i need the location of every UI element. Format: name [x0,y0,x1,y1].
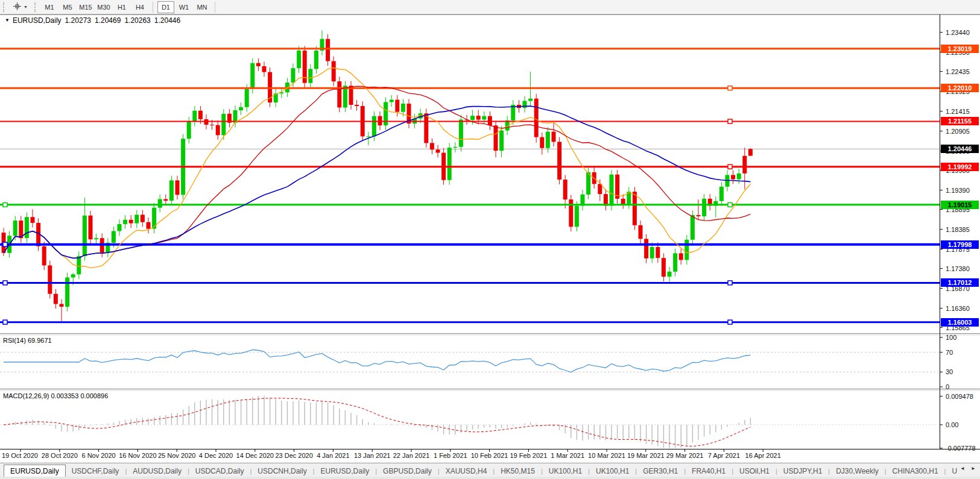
chart-tab-bar: EURUSD,DailyUSDCHF,Daily|AUDUSD,Daily|US… [0,463,980,477]
rsi-tick-label: 30 [946,368,953,375]
chart-tab-ger30-h1[interactable]: GER30,H1 [637,466,684,477]
timeframe-button-h4[interactable]: H4 [131,1,148,13]
timeframe-button-mn[interactable]: MN [194,1,210,13]
date-tick-label: 1 Mar 2021 [551,452,584,459]
rsi-tick-label: 70 [946,349,953,356]
collapse-triangle-icon[interactable]: ▼ [5,17,10,23]
price-tick-label: 1.17380 [946,265,970,272]
date-tick-label: 4 Dec 2020 [199,452,233,459]
hline-price-label: 1.19992 [941,163,979,171]
date-tick-label: 19 Oct 2020 [2,452,38,459]
chart-tab-uk100-h1[interactable]: UK100,H1 [590,466,635,477]
mt4-terminal-window: ▼ M1M5M15M30H1H4D1W1MN ▼ EURUSD,Daily 1.… [0,0,980,479]
date-tick-label: 6 Nov 2020 [81,452,115,459]
timeframe-button-w1[interactable]: W1 [175,1,192,13]
date-tick-label: 22 Jan 2021 [393,452,430,459]
date-tick-label: 10 Mar 2021 [588,452,625,459]
rsi-tick-label: 100 [946,334,956,341]
chart-tab-usdjpy-h1[interactable]: USDJPY,H1 [777,466,828,477]
ohlc-open-value: 1.20273 [65,16,91,25]
price-tick-label: 1.19390 [946,187,970,194]
date-tick-label: 1 Feb 2021 [434,452,467,459]
crosshair-tool-button[interactable]: ▼ [10,1,31,13]
date-tick-label: 7 Apr 2021 [708,452,740,459]
macd-header-label: MACD(12,26,9) 0.003353 0.000896 [3,392,108,399]
panel-splitter[interactable] [0,333,980,336]
price-tick-label: 1.16360 [946,305,970,312]
date-tick-label: 23 Dec 2020 [275,452,312,459]
chart-symbol-label: EURUSD,Daily [13,16,62,25]
status-strip [0,477,980,479]
date-tick-label: 16 Apr 2021 [745,452,781,459]
chevron-down-icon[interactable]: ▼ [24,5,28,9]
timeframe-button-m15[interactable]: M15 [77,1,94,13]
hline-price-label: 1.21155 [941,117,979,125]
price-tick-label: 1.23440 [946,29,970,36]
macd-tick-label: 0.009478 [946,393,973,400]
chart-tab-hk50-m15[interactable]: HK50,M15 [495,466,541,477]
hline-price-label: 1.23019 [941,45,979,53]
chart-tab-usdchf-daily[interactable]: USDCHF,Daily [66,466,125,477]
ohlc-high-value: 1.20469 [95,16,121,25]
date-tick-label: 4 Jan 2021 [317,452,349,459]
hline-price-label: 1.17998 [941,240,979,249]
chart-tab-eurusd-daily[interactable]: EURUSD,Daily [4,465,66,477]
date-tick-label: 28 Oct 2020 [42,452,78,459]
date-tick-label: 29 Mar 2021 [666,452,704,459]
toolbar-grip[interactable] [3,2,6,12]
chart-tab-fra40-h1[interactable]: FRA40,H1 [686,466,732,477]
current-price-label: 1.20446 [941,145,979,153]
chart-tab-eurusd-daily[interactable]: EURUSD,Daily [315,466,376,477]
date-tick-label: 19 Mar 2021 [627,452,665,459]
toolbar-grip[interactable] [34,2,37,12]
panel-splitter[interactable] [0,389,980,392]
date-tick-label: 14 Dec 2020 [236,452,274,459]
hline-price-label: 1.19015 [941,201,979,209]
price-tick-label: 1.18385 [946,226,970,233]
macd-panel[interactable] [0,391,980,449]
hline-price-label: 1.17012 [941,278,979,287]
crosshair-icon [13,2,22,12]
chart-tab-usoil-h1[interactable]: USOil,H1 [733,466,776,477]
price-tick-label: 1.22435 [946,68,970,75]
price-tick-label: 1.20905 [946,128,970,135]
macd-tick-label: 0.00 [946,421,958,428]
chart-window-caption[interactable]: ▼ EURUSD,Daily 1.20273 1.20469 1.20263 1… [0,14,980,26]
chart-tab-xauusd-h4[interactable]: XAUUSD,H4 [440,466,493,477]
macd-tick-label: -0.007778 [946,445,976,452]
date-tick-label: 10 Feb 2021 [471,452,508,459]
hline-price-label: 1.16003 [941,318,979,327]
date-tick-label: 25 Nov 2020 [158,452,195,459]
timeframe-button-d1[interactable]: D1 [157,1,174,13]
chart-tab-usdcnh-daily[interactable]: USDCNH,Daily [251,466,312,477]
ohlc-close-value: 1.20446 [154,16,180,25]
date-tick-label: 19 Feb 2021 [510,452,548,459]
date-tick-label: 16 Nov 2020 [119,452,156,459]
rsi-panel[interactable] [0,336,980,389]
timeframe-button-m30[interactable]: M30 [95,1,112,13]
chart-tab-audusd-daily[interactable]: AUDUSD,Daily [127,466,188,477]
main-chart-panel[interactable] [0,25,980,333]
timeframe-button-group: M1M5M15M30H1H4D1W1MN [40,1,211,13]
chart-tab-uk100-h1[interactable]: UK100,H1 [543,466,588,477]
rsi-tick-label: 0 [946,383,949,390]
toolbar-divider [153,2,153,13]
chart-tab-china300-h1[interactable]: CHINA300,H1 [887,466,944,477]
date-tick-label: 13 Jan 2021 [354,452,391,459]
ohlc-low-value: 1.20263 [124,16,150,25]
chart-tab-usdcad-daily[interactable]: USDCAD,Daily [189,466,250,477]
timeframe-button-m5[interactable]: M5 [59,1,76,13]
tab-scroll-arrows[interactable]: ◄ ► [960,466,978,471]
timeframe-button-h1[interactable]: H1 [113,1,130,13]
timeframe-button-m1[interactable]: M1 [41,1,58,13]
hline-price-label: 1.22010 [941,84,979,92]
rsi-header-label: RSI(14) 69.9671 [3,337,52,344]
price-tick-label: 1.21415 [946,108,970,115]
toolbar-divider [215,2,215,13]
timeframe-toolbar: ▼ M1M5M15M30H1H4D1W1MN [0,0,980,14]
chart-tab-gbpusd-daily[interactable]: GBPUSD,Daily [377,466,438,477]
chart-tab-dj30-weekly[interactable]: DJ30,Weekly [830,466,884,477]
